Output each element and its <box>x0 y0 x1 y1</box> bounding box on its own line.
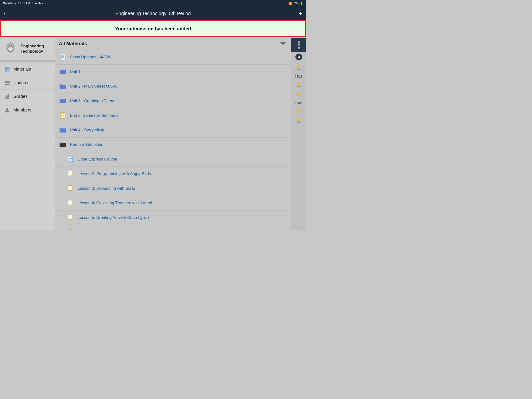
item-label: Class Updates - 4/8/20 <box>70 55 111 60</box>
item-label: Unit 3 - Creating a Theme <box>70 99 116 103</box>
filter-icon[interactable] <box>280 40 287 47</box>
svg-rect-27 <box>60 128 62 129</box>
list-item[interactable]: Lesson 2: Programming with Angry Birds <box>55 167 291 181</box>
edit-icon[interactable] <box>295 117 302 124</box>
item-label: Lesson 2: Programming with Angry Birds <box>77 171 151 176</box>
materials-label: Materials <box>13 67 31 72</box>
sidebar-item-members[interactable]: Members <box>0 103 55 117</box>
svg-rect-22 <box>60 99 62 100</box>
collapse-button[interactable]: ◀ <box>295 54 302 60</box>
grades-label: Grades <box>13 94 27 99</box>
list-item[interactable]: Class Updates - 4/8/20 <box>55 50 291 65</box>
status-bar: Notability 11:31 AM Tue May 5 📶 23% 🔋 <box>0 0 306 7</box>
item-label: Lesson 5: Creating Art with Code (Quiz) <box>77 215 149 220</box>
svg-rect-26 <box>60 128 66 133</box>
sidebar-nav: Materials Updates Grades <box>0 63 55 117</box>
sidebar-item-updates[interactable]: Updates <box>0 76 55 90</box>
item-label: Unit 1 <box>70 69 80 74</box>
list-item[interactable]: End of Semester Summary <box>55 108 291 123</box>
folder-icon <box>59 97 66 105</box>
sidebar-divider <box>0 61 55 63</box>
edit-icon[interactable] <box>295 91 302 97</box>
members-label: Members <box>13 108 31 113</box>
logo-text: EngineeringTechnology <box>21 44 44 54</box>
list-item[interactable]: Lesson 4: Collecting Treasure with Laure… <box>55 196 291 210</box>
edit-icon[interactable] <box>295 64 302 71</box>
battery-percentage: 23% <box>293 2 298 5</box>
list-item[interactable]: Lesson 5: Creating Art with Code (Quiz) <box>55 210 291 225</box>
sidebar-logo: EngineeringTechnology <box>0 37 55 61</box>
list-item[interactable]: Lesson 5: Creating Art with Code (Test) <box>55 225 291 230</box>
svg-rect-10 <box>6 95 8 99</box>
svg-rect-7 <box>5 82 10 83</box>
svg-rect-9 <box>5 97 6 99</box>
assignment-pencil-icon <box>66 214 74 222</box>
assignment-pencil-icon <box>66 170 74 178</box>
status-right: 📶 23% 🔋 <box>288 2 303 5</box>
list-item[interactable]: Code Express Course <box>55 152 291 167</box>
folder-icon <box>59 126 66 134</box>
svg-rect-11 <box>8 94 9 99</box>
list-item[interactable]: Remote Education <box>55 138 291 152</box>
back-button[interactable]: ‹ <box>4 10 13 17</box>
svg-rect-17 <box>60 70 66 74</box>
status-date: Tue May 5 <box>32 2 45 5</box>
list-item[interactable]: Unit 2 - Main Street U.S.A. <box>55 79 291 94</box>
svg-point-1 <box>8 46 13 51</box>
svg-rect-23 <box>61 113 65 118</box>
submission-message: Your submission has been added <box>115 26 191 32</box>
link-icon <box>66 155 74 163</box>
item-label: Lesson 3: Debugging with Scrat <box>77 186 135 191</box>
materials-header: All Materials <box>55 37 291 50</box>
date-label-1: 05/13 <box>295 75 303 78</box>
edit-icon[interactable] <box>295 81 302 88</box>
app-name: Notability <box>3 2 16 5</box>
assignment-pencil-icon <box>66 228 74 230</box>
sidebar-item-materials[interactable]: Materials <box>0 63 55 76</box>
svg-rect-35 <box>68 229 72 230</box>
status-time: 11:31 AM <box>18 2 30 5</box>
svg-rect-19 <box>60 85 66 89</box>
edit-icon[interactable] <box>295 108 302 114</box>
item-label: Code Express Course <box>77 157 117 162</box>
add-button[interactable]: + <box>294 10 302 17</box>
list-item[interactable]: Unit 3 - Creating a Theme <box>55 94 291 108</box>
updates-label: Updates <box>13 80 29 85</box>
svg-rect-3 <box>7 67 10 69</box>
main-area: EngineeringTechnology Materials <box>0 37 306 230</box>
item-label: End of Semester Summary <box>70 113 119 118</box>
item-label: Unit 2 - Main Street U.S.A. <box>70 84 118 89</box>
assignment-pencil-icon <box>66 199 74 207</box>
battery-icon: 🔋 <box>300 2 303 5</box>
svg-point-12 <box>6 108 8 110</box>
svg-rect-20 <box>60 84 62 85</box>
members-icon <box>4 107 11 113</box>
list-item[interactable]: Unit 1 <box>55 65 291 79</box>
list-item[interactable]: Unit 4 - Storytelling <box>55 123 291 138</box>
svg-rect-5 <box>7 69 10 71</box>
sidebar-item-grades[interactable]: Grades <box>0 90 55 103</box>
date-label-2: 05/20 <box>295 101 303 105</box>
coming-label: coming <box>291 38 306 52</box>
folder-dark-icon <box>59 141 66 149</box>
svg-rect-32 <box>68 186 72 190</box>
status-left: Notability 11:31 AM Tue May 5 <box>3 2 45 5</box>
right-panel: coming ◀ 05/13 05/20 <box>291 37 306 230</box>
submission-banner: Your submission has been added <box>0 20 306 37</box>
item-label: Remote Education <box>70 142 103 147</box>
materials-icon <box>4 66 11 72</box>
gear-icon <box>3 41 18 57</box>
assignment-icon <box>59 112 66 119</box>
svg-rect-28 <box>60 143 66 147</box>
svg-rect-2 <box>5 67 7 69</box>
updates-icon <box>4 79 11 86</box>
nav-bar: ‹ Engineering Technology: 5th Period + <box>0 7 306 20</box>
content-area[interactable]: All Materials Class Updates - 4/8/20 <box>55 37 291 230</box>
svg-rect-6 <box>5 81 10 82</box>
svg-rect-13 <box>60 54 65 60</box>
svg-rect-21 <box>60 99 66 103</box>
list-item[interactable]: Lesson 3: Debugging with Scrat <box>55 181 291 196</box>
document-icon <box>59 53 66 61</box>
svg-rect-18 <box>60 70 62 70</box>
svg-rect-29 <box>60 143 62 144</box>
